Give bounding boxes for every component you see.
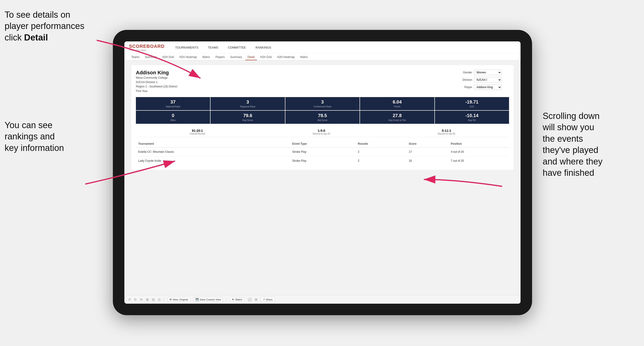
stat-points-value: 6.04 [362, 99, 433, 105]
tournament-empty-1 [274, 147, 290, 156]
tournament-event-type-2: Stroke Play [290, 156, 356, 165]
stat-sos-value: -19.71 [436, 99, 508, 105]
nav-committee[interactable]: COMMITTEE [226, 45, 247, 50]
stats-grid-row2: 0 Wins 79.6 Avg Score 78.5 Adj Score 27.… [136, 111, 509, 124]
record-top50: 5-11-1 Record vs top 50 [438, 129, 455, 135]
share-icon: ↗ [263, 298, 265, 301]
player-select[interactable]: Addison King [474, 84, 502, 90]
table-header-row: Tournament Event Type Rounds Score Posit… [136, 140, 509, 148]
sub-nav-h2h-grid1[interactable]: H2H Grid [160, 54, 176, 60]
bottom-toolbar: ↺ ↻ ⟳ ⊞ ⊟ ⊙ ⊞ View: Original 💾 Save Cust… [124, 295, 520, 304]
clock-icon[interactable]: ⊙ [158, 298, 161, 301]
stat-avg-sg-label: Avg SG [436, 119, 508, 122]
sub-nav-summary2[interactable]: Summary [228, 54, 244, 60]
sub-nav-players[interactable]: Players [213, 54, 227, 60]
annotation-bottom-left: You can see rankings and key information [4, 120, 92, 154]
nav-row1: SCOREBOARD Powered by clippd TOURNAMENTS… [129, 44, 516, 53]
player-region: Region 1 - Southwest (18) District [136, 84, 177, 89]
player-filters: Gender Women Men Division NJCAA I NJCAA … [458, 70, 509, 93]
stat-wins-label: Wins [137, 119, 209, 122]
toolbar-separator [164, 298, 164, 301]
record-top50-label: Record vs top 50 [438, 133, 455, 135]
save-custom-label: Save Custom View [200, 298, 221, 301]
player-school: Mesa Community College [136, 76, 177, 80]
gender-label: Gender [458, 71, 472, 74]
stat-adj-score: 78.5 Adj Score [286, 111, 360, 124]
stat-points: 6.04 Points [360, 97, 434, 110]
col-position: Position [448, 140, 509, 148]
share-button[interactable]: ↗ Share [261, 297, 274, 302]
player-info: Addison King Mesa Community College NJCA… [136, 70, 177, 93]
share-label: Share [266, 298, 272, 301]
record-top25-value: 1-5-0 [313, 129, 330, 133]
tournament-name-2: Lady Coyote Invite [136, 156, 274, 165]
view-icon: ⊞ [170, 298, 172, 301]
tournament-score-2: 16 [406, 156, 449, 165]
view-original-button[interactable]: ⊞ View: Original [168, 297, 190, 302]
stat-avg-score-par-label: Avg Score to Par [362, 119, 433, 122]
annotation-top-left: To see details on player performances cl… [4, 9, 101, 43]
nav-teams[interactable]: TEAMS [206, 45, 220, 50]
nav-rankings[interactable]: RANKINGS [254, 45, 272, 50]
save-icon: 💾 [196, 298, 199, 301]
record-top25-label: Record vs top 25 [313, 133, 330, 135]
division-filter-row: Division NJCAA I NJCAA II [458, 77, 509, 83]
stat-regional-rank-value: 3 [212, 99, 283, 105]
division-select[interactable]: NJCAA I NJCAA II [474, 77, 502, 83]
player-year: First Year [136, 89, 177, 93]
settings-icon[interactable]: ⊟ [152, 298, 155, 301]
stat-avg-score-par: 27.8 Avg Score to Par [360, 111, 434, 124]
player-filter-row: Player Addison King [458, 84, 509, 90]
stat-national-rank: 37 National Rank [136, 97, 210, 110]
tournament-table: Tournament Event Type Rounds Score Posit… [136, 140, 509, 165]
sub-nav-teams[interactable]: Teams [129, 54, 142, 60]
stat-wins: 0 Wins [136, 111, 210, 124]
stat-points-label: Points [362, 105, 433, 108]
stat-conference-rank-value: 3 [287, 99, 358, 105]
stat-avg-score: 79.6 Avg Score [210, 111, 285, 124]
stat-avg-score-par-value: 27.8 [362, 113, 433, 118]
record-overall-label: Overall Record [190, 133, 205, 135]
stat-conference-rank: 3 Conference Rank [286, 97, 360, 110]
undo-icon[interactable]: ↺ [128, 298, 131, 301]
stat-sos: -19.71 SoS [435, 97, 509, 110]
refresh-icon[interactable]: ⟳ [140, 298, 143, 301]
logo-area: SCOREBOARD Powered by clippd [129, 44, 164, 51]
sub-nav-h2h-grid2[interactable]: H2H Grid [258, 54, 274, 60]
sub-nav-matrix2[interactable]: Matrix [298, 54, 310, 60]
save-custom-view-button[interactable]: 💾 Save Custom View [194, 297, 223, 302]
redo-icon[interactable]: ↻ [134, 298, 137, 301]
sub-nav-summary1[interactable]: Summary [142, 54, 159, 60]
player-division: NJCAA Division 1 [136, 80, 177, 84]
nav-tournaments[interactable]: TOURNAMENTS [174, 45, 200, 50]
record-top50-value: 5-11-1 [438, 129, 455, 133]
record-top25: 1-5-0 Record vs top 25 [313, 129, 330, 135]
watch-button[interactable]: 👁 Watch [230, 297, 244, 302]
sub-nav: Teams Summary H2H Grid H2H Heatmap Matri… [129, 53, 516, 60]
player-header: Addison King Mesa Community College NJCA… [136, 70, 509, 93]
annotation-bottom-right: Scrolling down will show you the events … [543, 110, 640, 178]
stats-grid-row1: 37 National Rank 3 Regional Rank 3 Confe… [136, 97, 509, 110]
sub-nav-h2h-heatmap2[interactable]: H2H Heatmap [275, 54, 297, 60]
record-overall-value: 91-20-1 [190, 129, 205, 133]
stat-wins-value: 0 [137, 113, 209, 118]
sub-nav-h2h-heatmap1[interactable]: H2H Heatmap [177, 54, 199, 60]
grid-icon[interactable]: ⊞ [255, 298, 258, 301]
sub-nav-matrix1[interactable]: Matrix [200, 54, 212, 60]
view-original-label: View: Original [172, 298, 188, 301]
stat-avg-score-value: 79.6 [212, 113, 283, 118]
sub-nav-detail[interactable]: Detail [245, 54, 257, 60]
display-icon[interactable]: ⬜ [248, 298, 252, 301]
zoom-icon[interactable]: ⊞ [146, 298, 149, 301]
main-content: Addison King Mesa Community College NJCA… [124, 60, 520, 295]
stat-avg-score-label: Avg Score [212, 119, 283, 122]
gender-select[interactable]: Women Men [474, 70, 502, 75]
top-nav: SCOREBOARD Powered by clippd TOURNAMENTS… [124, 41, 520, 60]
stat-avg-sg-value: -10.14 [436, 113, 508, 118]
stat-adj-score-value: 78.5 [287, 113, 358, 118]
tournament-position-2: 7 out of 20 [448, 156, 509, 165]
stat-national-rank-label: National Rank [137, 105, 209, 108]
tournament-position-1: 4 out of 20 [448, 147, 509, 156]
records-row: 91-20-1 Overall Record 1-5-0 Record vs t… [136, 127, 509, 137]
division-label: Division [458, 78, 472, 81]
